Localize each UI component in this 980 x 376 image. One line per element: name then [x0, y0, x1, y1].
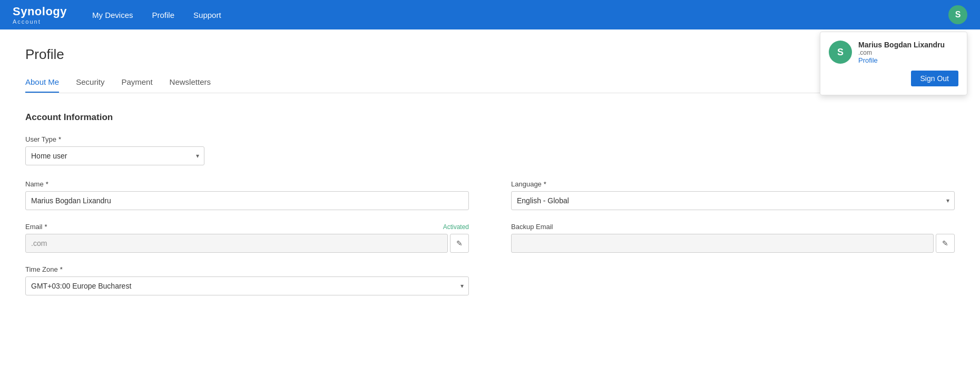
email-edit-button[interactable]: ✎	[450, 234, 469, 253]
tab-newsletters[interactable]: Newsletters	[170, 77, 211, 93]
timezone-select[interactable]: GMT+03:00 Europe Bucharest GMT+00:00 UTC…	[25, 276, 469, 295]
account-information-title: Account Information	[25, 112, 955, 123]
timezone-label: Time Zone *	[25, 265, 469, 273]
language-select[interactable]: English - Global English - US Français D…	[511, 191, 955, 210]
profile-dropdown-link[interactable]: Profile	[858, 56, 945, 64]
nav-support[interactable]: Support	[193, 11, 221, 19]
tab-payment[interactable]: Payment	[121, 77, 152, 93]
nav-profile[interactable]: Profile	[152, 11, 175, 19]
timezone-select-wrapper: GMT+03:00 Europe Bucharest GMT+00:00 UTC…	[25, 276, 469, 295]
language-label: Language *	[511, 180, 955, 188]
name-label: Name *	[25, 180, 469, 188]
name-group: Name *	[25, 180, 469, 210]
email-label: Email * Activated	[25, 223, 469, 231]
backup-email-group: Backup Email ✎	[511, 223, 955, 253]
backup-email-input[interactable]	[511, 234, 934, 253]
nav-links: My Devices Profile Support	[92, 11, 221, 19]
tab-about-me[interactable]: About Me	[25, 77, 59, 93]
brand-logo-text: Synology	[13, 5, 67, 18]
tabs: About Me Security Payment Newsletters	[25, 77, 955, 93]
email-input[interactable]	[25, 234, 448, 253]
profile-dropdown-avatar: S	[829, 41, 852, 64]
language-group: Language * English - Global English - US…	[511, 180, 955, 210]
profile-dropdown-card: S Marius Bogdan Lixandru .com Profile Si…	[820, 32, 967, 95]
form-grid: Name * Language * English - Global Engli…	[25, 180, 955, 308]
page-title: Profile	[25, 46, 955, 63]
edit-icon: ✎	[456, 239, 463, 248]
name-input[interactable]	[25, 191, 469, 210]
user-type-group: User Type * Home user Business user ▾	[25, 135, 204, 165]
sign-out-button[interactable]: Sign Out	[911, 71, 958, 86]
profile-dropdown-info: Marius Bogdan Lixandru .com Profile	[858, 41, 945, 64]
profile-dropdown-top: S Marius Bogdan Lixandru .com Profile	[829, 41, 958, 64]
tab-security[interactable]: Security	[76, 77, 104, 93]
backup-edit-icon: ✎	[942, 239, 948, 248]
navbar: Synology Account My Devices Profile Supp…	[0, 0, 980, 29]
profile-dropdown-bottom: Sign Out	[829, 71, 958, 86]
timezone-group: Time Zone * GMT+03:00 Europe Bucharest G…	[25, 265, 469, 295]
main-content: S Marius Bogdan Lixandru .com Profile Si…	[0, 29, 980, 376]
profile-dropdown-name: Marius Bogdan Lixandru	[858, 41, 945, 49]
language-select-wrapper: English - Global English - US Français D…	[511, 191, 955, 210]
brand-logo-sub: Account	[13, 18, 67, 25]
email-group: Email * Activated ✎	[25, 223, 469, 253]
backup-email-label: Backup Email	[511, 223, 955, 231]
user-type-select[interactable]: Home user Business user	[25, 146, 204, 165]
brand: Synology Account	[13, 5, 67, 25]
nav-my-devices[interactable]: My Devices	[92, 11, 133, 19]
backup-email-edit-button[interactable]: ✎	[936, 234, 955, 253]
user-type-select-wrapper: Home user Business user ▾	[25, 146, 204, 165]
email-row: ✎	[25, 234, 469, 253]
user-type-label: User Type *	[25, 135, 204, 143]
profile-dropdown-email: .com	[858, 49, 945, 56]
backup-email-row: ✎	[511, 234, 955, 253]
user-avatar-nav[interactable]: S	[948, 5, 967, 24]
